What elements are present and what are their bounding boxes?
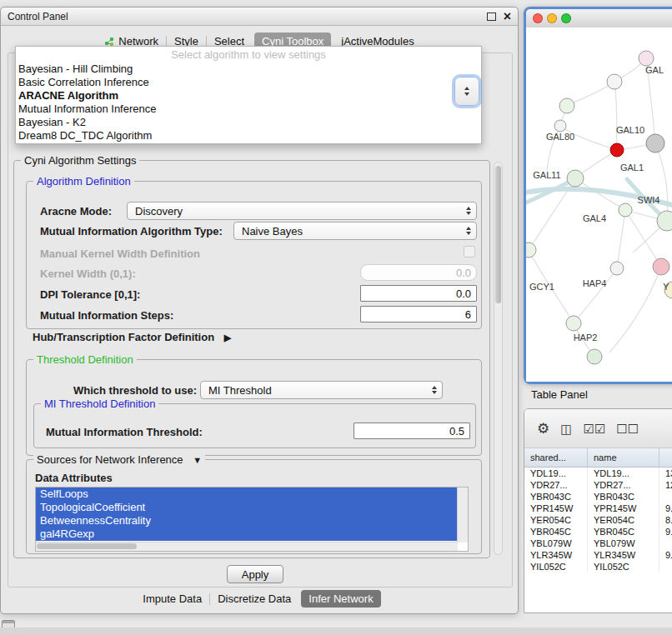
table-cell[interactable]: YLR345W (524, 549, 588, 561)
mi-type-select[interactable]: Naive Bayes (233, 222, 477, 240)
table-cell[interactable]: YER054C (524, 514, 588, 526)
network-node[interactable] (554, 120, 566, 132)
network-node-label: GAL10 (616, 125, 644, 135)
network-node-gray[interactable] (646, 134, 664, 152)
kernel-width-field[interactable] (360, 264, 477, 281)
network-node[interactable] (619, 203, 632, 217)
table-cell[interactable]: 9. (659, 549, 672, 561)
stepper-down-icon (464, 92, 469, 96)
network-node[interactable] (610, 262, 624, 275)
table-cell[interactable]: 9. (659, 526, 672, 538)
scrollbar-thumb[interactable] (495, 166, 501, 303)
table-cell[interactable]: YDL19... (588, 468, 659, 479)
sources-title: Sources for Network Inference (37, 453, 183, 466)
table-cell[interactable]: YLR345W (588, 549, 659, 561)
dropdown-item-selected[interactable]: ARACNE Algorithm (16, 89, 481, 102)
group-title: MI Threshold Definition (41, 398, 158, 410)
expanded-arrow-icon[interactable]: ▼ (193, 455, 202, 465)
dropdown-item[interactable]: Dream8 DC_TDC Algorithm (16, 129, 481, 142)
list-horizontal-scrollbar[interactable] (36, 542, 458, 551)
dropdown-placeholder: Select algorithm to view settings (16, 48, 481, 62)
aracne-mode-select[interactable]: Discovery (127, 202, 477, 220)
network-node[interactable] (526, 242, 536, 258)
list-item-selected[interactable]: gal4RGexp (36, 528, 458, 541)
column-header[interactable] (659, 448, 672, 467)
tab-impute-data[interactable]: Impute Data (135, 590, 209, 608)
dropdown-item[interactable]: Bayesian - Hill Climbing (16, 62, 481, 76)
table-cell[interactable]: YBR043C (524, 491, 588, 502)
collapsed-arrow-icon[interactable]: ▶ (224, 332, 231, 342)
select-all-checkboxes-icon[interactable]: ☑☑ (583, 422, 605, 435)
table-cell[interactable]: YIL052C (588, 561, 659, 572)
scrollbar-thumb[interactable] (37, 543, 137, 549)
table-row: YDR27... YDR27... 12 (524, 479, 672, 491)
minimize-traffic-light[interactable] (547, 13, 557, 23)
tab-discretize-data[interactable]: Discretize Data (210, 590, 298, 608)
apply-button[interactable]: Apply (227, 565, 283, 583)
mi-threshold-field[interactable] (354, 422, 470, 439)
table-cell[interactable]: YBR045C (524, 526, 588, 538)
table-cell[interactable]: YPR145W (588, 502, 659, 514)
float-window-icon[interactable] (487, 12, 496, 21)
list-item-selected[interactable]: SelfLoops (36, 488, 458, 501)
mi-steps-field[interactable] (360, 306, 477, 322)
columns-icon[interactable]: ◫ (560, 422, 572, 435)
which-threshold-select[interactable]: MI Threshold (200, 381, 443, 399)
gear-icon[interactable]: ⚙ (537, 422, 549, 436)
network-node-label: GAL80 (546, 132, 574, 142)
network-node[interactable] (566, 316, 581, 331)
dropdown-item[interactable]: Mutual Information Inference (16, 102, 481, 116)
manual-kernel-checkbox[interactable] (464, 246, 475, 258)
column-header[interactable]: shared... (524, 448, 588, 467)
table-cell[interactable]: YDL19... (524, 468, 588, 479)
close-icon[interactable]: × (504, 10, 511, 23)
table-cell[interactable]: 8. (659, 514, 672, 526)
table-cell[interactable]: YDR27... (588, 479, 659, 491)
zoom-traffic-light[interactable] (561, 13, 571, 23)
table-cell[interactable] (659, 491, 672, 502)
close-traffic-light[interactable] (533, 13, 543, 23)
table-cell[interactable] (659, 561, 672, 572)
hub-definition-toggle[interactable]: Hub/Transcription Factor Definition ▶ (33, 331, 231, 343)
dropdown-item[interactable]: Basic Correlation Inference (16, 76, 481, 89)
table-cell[interactable]: 12 (659, 479, 672, 491)
network-node[interactable] (607, 74, 622, 89)
data-attributes-list: SelfLoops TopologicalCoefficient Between… (35, 487, 469, 552)
network-node[interactable] (587, 349, 602, 364)
table-row: YLR345W YLR345W 9. (524, 549, 672, 561)
network-window-titlebar[interactable] (526, 9, 672, 28)
deselect-all-checkboxes-icon[interactable]: ☐☐ (616, 422, 639, 435)
table-cell[interactable]: YBR045C (588, 526, 659, 538)
control-panel-titlebar[interactable]: Control Panel × (1, 8, 518, 26)
settings-vertical-scrollbar[interactable] (494, 162, 503, 555)
network-node-label: HAP4 (583, 278, 607, 288)
network-node-red[interactable] (610, 143, 624, 157)
tab-infer-network[interactable]: Infer Network (301, 590, 380, 608)
dpi-tolerance-field[interactable] (360, 285, 477, 302)
network-node[interactable] (567, 170, 584, 187)
network-node[interactable] (559, 98, 574, 113)
table-cell[interactable]: 13 (659, 468, 672, 479)
table-cell[interactable] (659, 538, 672, 549)
table-cell[interactable]: YBL079W (524, 538, 588, 549)
table-cell[interactable]: YDR27... (524, 479, 588, 491)
manual-kernel-label: Manual Kernel Width Definition (40, 248, 200, 260)
network-canvas[interactable]: GAL GAL80 GAL10 GAL11 GAL1 SWI4 GAL4 GCY… (526, 28, 672, 382)
table-cell[interactable]: YBR043C (588, 491, 659, 502)
list-vertical-scrollbar[interactable] (457, 488, 468, 542)
network-node[interactable] (639, 51, 654, 66)
network-nodes (526, 51, 672, 364)
table-cell[interactable]: YBL079W (588, 538, 659, 549)
list-item-selected[interactable]: BetweennessCentrality (36, 514, 458, 528)
network-node-pink[interactable] (653, 258, 669, 275)
table-cell[interactable]: 9. (659, 502, 672, 514)
selected-value: MI Threshold (208, 384, 272, 397)
table-cell[interactable]: YER054C (588, 514, 659, 526)
table-cell[interactable]: YIL052C (524, 561, 588, 572)
sources-toggle[interactable]: Sources for Network Inference ▼ (33, 453, 205, 466)
algorithm-combo-stepper[interactable] (454, 77, 479, 106)
list-item-selected[interactable]: TopologicalCoefficient (36, 501, 458, 514)
table-cell[interactable]: YPR145W (524, 502, 588, 514)
dropdown-item[interactable]: Bayesian - K2 (16, 116, 481, 129)
column-header[interactable]: name (588, 448, 659, 467)
